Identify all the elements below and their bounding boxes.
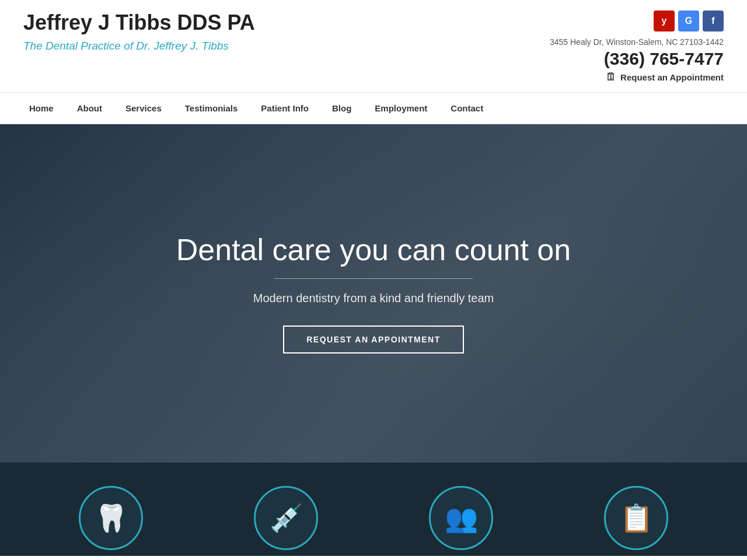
logo-title: Jeffrey J Tibbs DDS PA [23, 10, 255, 35]
nav-item-contact[interactable]: Contact [439, 93, 495, 124]
needle-circle: 💉 [254, 486, 318, 550]
hero-section: Dental care you can count on Modern dent… [0, 124, 747, 463]
nav-item-patient-info[interactable]: Patient Info [249, 93, 320, 124]
social-icons: y G f [654, 10, 724, 32]
hero-title: Dental care you can count on [176, 233, 571, 267]
nav-item-employment[interactable]: Employment [363, 93, 439, 124]
nav-list: Home About Services Testimonials Patient… [0, 93, 747, 124]
nav-item-home[interactable]: Home [18, 93, 65, 124]
facebook-icon[interactable]: f [703, 10, 724, 32]
address: 3455 Healy Dr, Winston-Salem, NC 27103-1… [550, 37, 724, 47]
team-icon: 👥 [445, 502, 478, 534]
logo-subtitle: The Dental Practice of Dr. Jeffrey J. Ti… [23, 38, 255, 54]
phone-number: (336) 765-7477 [604, 49, 724, 69]
logo-section: Jeffrey J Tibbs DDS PA The Dental Practi… [23, 10, 255, 54]
team-circle: 👥 [429, 486, 493, 550]
google-icon[interactable]: G [678, 10, 699, 32]
calendar-icon: 🗓 [606, 71, 616, 83]
nav-item-services[interactable]: Services [114, 93, 173, 124]
clipboard-icon: 📋 [620, 502, 653, 534]
icons-section: 🦷 💉 👥 📋 [0, 463, 747, 556]
main-nav: Home About Services Testimonials Patient… [0, 92, 747, 124]
nav-item-blog[interactable]: Blog [320, 93, 363, 124]
appointment-label: Request an Appointment [620, 72, 724, 82]
nav-item-about[interactable]: About [65, 93, 114, 124]
yelp-icon[interactable]: y [654, 10, 675, 32]
needle-icon: 💉 [270, 502, 303, 534]
hero-subtitle: Modern dentistry from a kind and friendl… [176, 292, 571, 305]
tooth-icon: 🦷 [95, 502, 128, 534]
hero-divider [274, 278, 473, 279]
nav-item-testimonials[interactable]: Testimonials [173, 93, 250, 124]
appointment-link[interactable]: 🗓 Request an Appointment [606, 71, 724, 83]
clipboard-circle: 📋 [604, 486, 668, 550]
hero-content: Dental care you can count on Modern dent… [176, 233, 571, 354]
hero-cta-button[interactable]: REQUEST AN APPOINTMENT [283, 326, 464, 354]
site-header: Jeffrey J Tibbs DDS PA The Dental Practi… [0, 0, 747, 92]
header-right: y G f 3455 Healy Dr, Winston-Salem, NC 2… [550, 10, 724, 83]
tooth-circle: 🦷 [79, 486, 143, 550]
